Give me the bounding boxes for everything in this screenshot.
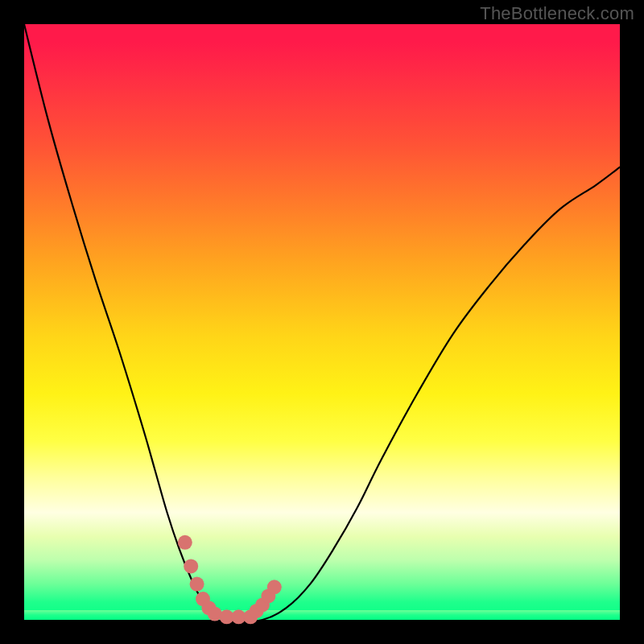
bottleneck-curve [24,24,620,621]
marker-dot [178,535,192,550]
optimal-band-markers [178,535,282,625]
marker-dot [190,577,204,592]
marker-dot [267,580,282,594]
chart-frame: TheBottleneck.com [0,0,644,644]
curve-layer [0,0,644,644]
marker-dot [184,559,198,573]
watermark-label: TheBottleneck.com [480,3,634,24]
